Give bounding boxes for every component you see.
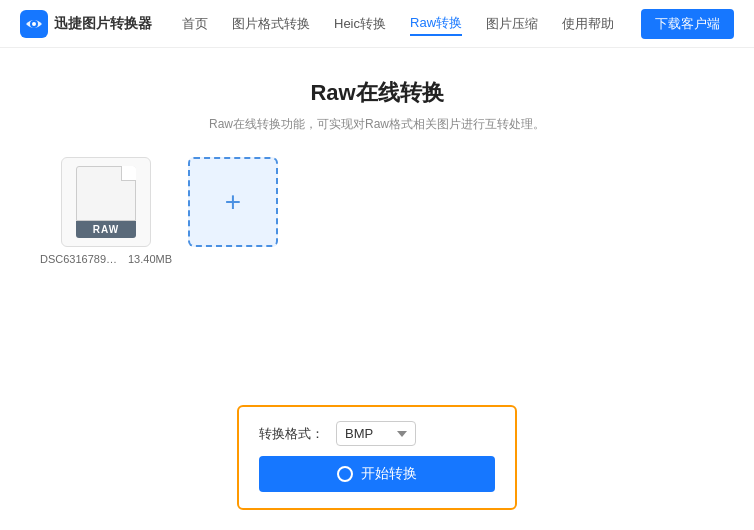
- svg-point-2: [32, 22, 36, 26]
- page-title: Raw在线转换: [40, 78, 714, 108]
- download-client-button[interactable]: 下载客户端: [641, 9, 734, 39]
- nav-image-convert[interactable]: 图片格式转换: [232, 13, 310, 35]
- file-name: DSC6316789D...: [40, 253, 120, 265]
- bottom-panel: 转换格式： BMP JPG PNG TIFF WEBP 开始转换: [237, 405, 517, 510]
- file-item: RAW DSC6316789D... 13.40MB: [40, 157, 172, 265]
- nav-help[interactable]: 使用帮助: [562, 13, 614, 35]
- raw-label: RAW: [76, 221, 136, 238]
- logo: 迅捷图片转换器: [20, 10, 152, 38]
- logo-text: 迅捷图片转换器: [54, 15, 152, 33]
- nav-raw[interactable]: Raw转换: [410, 12, 462, 36]
- main-content: Raw在线转换 Raw在线转换功能，可实现对Raw格式相关图片进行互转处理。 R…: [0, 48, 754, 530]
- header: 迅捷图片转换器 首页 图片格式转换 Heic转换 Raw转换 图片压缩 使用帮助…: [0, 0, 754, 48]
- file-size: 13.40MB: [128, 253, 172, 265]
- format-select[interactable]: BMP JPG PNG TIFF WEBP: [336, 421, 416, 446]
- format-row: 转换格式： BMP JPG PNG TIFF WEBP: [259, 421, 495, 446]
- format-label: 转换格式：: [259, 425, 324, 443]
- file-card: RAW: [61, 157, 151, 247]
- file-area: RAW DSC6316789D... 13.40MB +: [40, 157, 714, 395]
- page-desc: Raw在线转换功能，可实现对Raw格式相关图片进行互转处理。: [40, 116, 714, 133]
- loading-circle-icon: [337, 466, 353, 482]
- logo-icon: [20, 10, 48, 38]
- nav-home[interactable]: 首页: [182, 13, 208, 35]
- raw-icon-body: [76, 166, 136, 221]
- nav: 首页 图片格式转换 Heic转换 Raw转换 图片压缩 使用帮助: [182, 12, 641, 36]
- convert-button[interactable]: 开始转换: [259, 456, 495, 492]
- nav-heic[interactable]: Heic转换: [334, 13, 386, 35]
- file-meta: DSC6316789D... 13.40MB: [40, 253, 172, 265]
- add-file-button[interactable]: +: [188, 157, 278, 247]
- convert-btn-label: 开始转换: [361, 465, 417, 483]
- raw-file-icon: RAW: [76, 166, 136, 238]
- plus-icon: +: [225, 188, 241, 216]
- nav-compress[interactable]: 图片压缩: [486, 13, 538, 35]
